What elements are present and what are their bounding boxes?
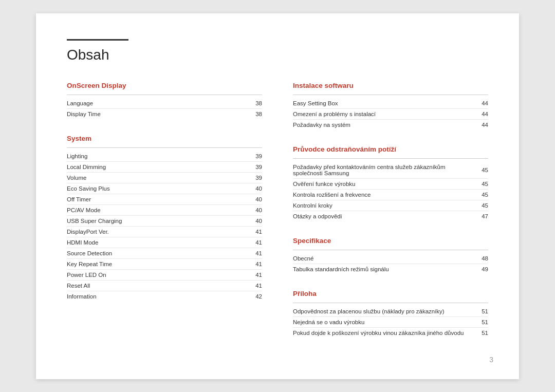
title-bar [67,39,128,41]
section: PřílohaOdpovědnost za placenou službu (n… [293,290,488,338]
section-divider [67,95,262,95]
section-title: Průvodce odstraňováním potíží [293,145,488,153]
toc-label: Power LED On [67,272,250,278]
left-column: OnScreen DisplayLanguage38Display Time38… [67,82,262,353]
page-number: 3 [489,356,493,364]
toc-label: Language [67,100,250,106]
toc-page: 51 [476,319,488,325]
section: Průvodce odstraňováním potížíPožadavky p… [293,145,488,221]
toc-item: Požadavky na systém44 [293,120,488,130]
toc-page: 38 [250,111,262,117]
section-divider [293,158,488,159]
toc-label: Key Repeat Time [67,261,250,267]
section-divider [293,95,488,95]
toc-item: Ověření funkce výrobku45 [293,179,488,190]
toc-page: 51 [476,308,488,314]
toc-item: Key Repeat Time41 [67,259,262,270]
toc-item: Pokud dojde k poškození výrobku vinou zá… [293,328,488,338]
toc-label: Požadavky na systém [293,122,476,128]
toc-page: 40 [250,185,262,192]
toc-item: Otázky a odpovědi47 [293,211,488,221]
section-divider [293,303,488,303]
toc-label: Information [67,293,250,300]
section: SpecifikaceObecné48Tabulka standardních … [293,237,488,274]
toc-page: 40 [250,196,262,202]
section-title: System [67,135,262,142]
toc-item: Nejedná se o vadu výrobku51 [293,317,488,328]
toc-item: Display Time38 [67,109,262,119]
toc-label: Ověření funkce výrobku [293,181,476,187]
toc-label: Kontrolní kroky [293,202,476,209]
toc-page: 41 [250,283,262,289]
content-grid: OnScreen DisplayLanguage38Display Time38… [67,82,488,353]
toc-page: 45 [476,167,488,173]
page: Obsah OnScreen DisplayLanguage38Display … [36,13,519,379]
toc-label: Reset All [67,283,250,289]
toc-item: Easy Setting Box44 [293,98,488,109]
toc-page: 41 [250,229,262,235]
toc-label: Tabulka standardních režimů signálu [293,266,476,272]
toc-page: 45 [476,202,488,209]
toc-page: 48 [476,255,488,262]
section-title: Instalace softwaru [293,82,488,89]
toc-page: 41 [250,272,262,278]
toc-item: HDMI Mode41 [67,237,262,248]
toc-item: Odpovědnost za placenou službu (náklady … [293,306,488,317]
toc-label: Odpovědnost za placenou službu (náklady … [293,308,476,314]
toc-item: Požadavky před kontaktováním centra služ… [293,162,488,179]
toc-label: Omezení a problémy s instalací [293,111,476,117]
toc-item: Off Timer40 [67,194,262,205]
toc-page: 49 [476,266,488,272]
toc-label: Volume [67,175,250,181]
toc-page: 41 [250,250,262,256]
toc-label: Easy Setting Box [293,100,476,106]
section-title: OnScreen Display [67,82,262,89]
toc-item: USB Super Charging40 [67,216,262,227]
toc-page: 45 [476,192,488,198]
toc-page: 44 [476,111,488,117]
toc-label: Nejedná se o vadu výrobku [293,319,476,325]
toc-page: 38 [250,100,262,106]
toc-item: Eco Saving Plus40 [67,183,262,194]
toc-item: Tabulka standardních režimů signálu49 [293,264,488,274]
section-title: Specifikace [293,237,488,245]
toc-label: Obecné [293,255,476,262]
toc-label: Eco Saving Plus [67,185,250,192]
section: SystemLighting39Local Dimming39Volume39E… [67,135,262,302]
toc-label: Local Dimming [67,164,250,170]
toc-page: 41 [250,239,262,246]
toc-label: Kontrola rozlišení a frekvence [293,192,476,198]
toc-label: DisplayPort Ver. [67,229,250,235]
toc-label: Off Timer [67,196,250,202]
toc-item: Kontrola rozlišení a frekvence45 [293,190,488,200]
section: Instalace softwaruEasy Setting Box44Omez… [293,82,488,130]
toc-label: Source Detection [67,250,250,256]
toc-item: Information42 [67,291,262,302]
toc-page: 44 [476,100,488,106]
toc-page: 44 [476,122,488,128]
section-title: Příloha [293,290,488,297]
toc-item: Source Detection41 [67,248,262,259]
toc-page: 41 [250,261,262,267]
section-divider [293,250,488,250]
page-title: Obsah [67,47,488,63]
toc-item: Omezení a problémy s instalací44 [293,109,488,120]
toc-item: Reset All41 [67,281,262,291]
toc-page: 40 [250,207,262,213]
toc-label: USB Super Charging [67,218,250,224]
toc-page: 39 [250,153,262,159]
toc-label: PC/AV Mode [67,207,250,213]
toc-label: Pokud dojde k poškození výrobku vinou zá… [293,330,476,336]
toc-page: 42 [250,293,262,300]
toc-item: Local Dimming39 [67,162,262,173]
section: OnScreen DisplayLanguage38Display Time38 [67,82,262,119]
toc-page: 47 [476,213,488,219]
right-column: Instalace softwaruEasy Setting Box44Omez… [293,82,488,353]
toc-item: Volume39 [67,173,262,183]
toc-item: Lighting39 [67,151,262,162]
toc-page: 45 [476,181,488,187]
toc-label: Lighting [67,153,250,159]
toc-item: DisplayPort Ver.41 [67,227,262,237]
toc-item: Obecné48 [293,253,488,264]
toc-page: 39 [250,164,262,170]
